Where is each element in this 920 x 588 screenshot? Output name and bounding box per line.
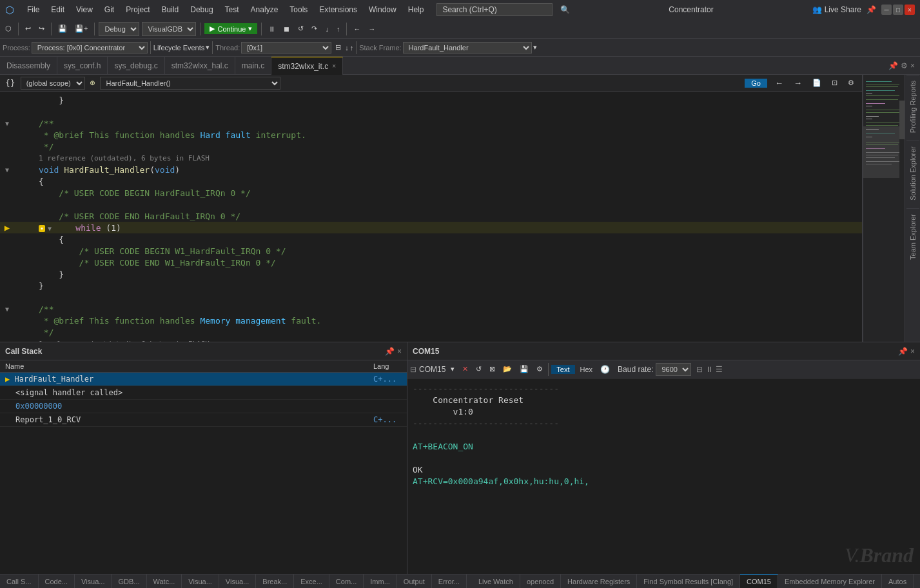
search-input[interactable] bbox=[436, 3, 553, 16]
com-close-icon[interactable]: × bbox=[910, 347, 915, 356]
tab-sys-debug[interactable]: sys_debug.c bbox=[108, 57, 164, 75]
btab-live-watch[interactable]: Live Watch bbox=[472, 574, 520, 589]
com-save-btn[interactable]: 💾 bbox=[517, 364, 531, 375]
call-stack-row-hardfault[interactable]: ▶ HardFault_Handler C+... bbox=[0, 373, 407, 386]
thread-arrow-btn[interactable]: ↓ bbox=[345, 44, 349, 52]
step-out-btn[interactable]: ↑ bbox=[334, 24, 343, 34]
process-dropdown[interactable]: Process: [0x0] Concentrator bbox=[32, 42, 148, 54]
back-nav-btn[interactable]: ← bbox=[772, 77, 786, 89]
btab-locals[interactable]: Locals bbox=[914, 574, 920, 589]
stop-btn[interactable]: ⏹ bbox=[280, 24, 293, 34]
profiling-reports-tab[interactable]: Profiling Reports bbox=[906, 75, 919, 138]
tab-it-close-icon[interactable]: × bbox=[332, 63, 336, 70]
call-stack-row-signal[interactable]: <signal handler called> bbox=[0, 386, 407, 400]
go-button[interactable]: Go bbox=[745, 79, 767, 88]
restart-btn[interactable]: ↺ bbox=[295, 23, 306, 34]
btab-autos[interactable]: Autos bbox=[882, 574, 914, 589]
btab-visua1[interactable]: Visua... bbox=[75, 574, 112, 589]
btab-openocd[interactable]: openocd bbox=[520, 574, 561, 589]
com-baud-dropdown[interactable]: 9600 bbox=[656, 363, 691, 376]
btab-embedded-mem[interactable]: Embedded Memory Explorer bbox=[778, 574, 882, 589]
settings-btn[interactable]: ⚙ bbox=[845, 77, 857, 88]
solution-explorer-tab[interactable]: Solution Explorer bbox=[906, 141, 919, 206]
minimap-scroll-thumb[interactable] bbox=[899, 101, 905, 139]
doc-btn[interactable]: 📄 bbox=[810, 77, 824, 88]
while-collapse-icon[interactable]: ▼ bbox=[48, 225, 52, 232]
com-pause-icon[interactable]: ⏸ bbox=[705, 365, 713, 374]
save-btn[interactable]: 💾 bbox=[55, 23, 70, 34]
call-stack-row-addr[interactable]: 0x00000000 bbox=[0, 400, 407, 413]
tab-disassembly[interactable]: Disassembly bbox=[0, 57, 57, 75]
btab-gdb[interactable]: GDB... bbox=[112, 574, 146, 589]
visualgdb-dropdown[interactable]: VisualGDB bbox=[142, 22, 196, 36]
step-into-btn[interactable]: ↓ bbox=[322, 24, 331, 34]
btab-watch[interactable]: Watc... bbox=[147, 574, 182, 589]
team-explorer-tab[interactable]: Team Explorer bbox=[906, 208, 919, 265]
collapse-icon[interactable]: ▼ bbox=[5, 120, 9, 127]
scope-dropdown[interactable]: (global scope) bbox=[21, 77, 85, 90]
menu-window[interactable]: Window bbox=[364, 4, 402, 15]
step-over-btn[interactable]: ↷ bbox=[309, 23, 320, 34]
btab-break[interactable]: Break... bbox=[256, 574, 294, 589]
btab-hw-regs[interactable]: Hardware Registers bbox=[561, 574, 637, 589]
com-refresh-btn[interactable]: ↺ bbox=[473, 364, 484, 375]
menu-tools[interactable]: Tools bbox=[284, 4, 313, 15]
btab-error[interactable]: Error... bbox=[432, 574, 467, 589]
com-text-btn[interactable]: Text bbox=[551, 365, 574, 374]
undo-btn[interactable]: ↩ bbox=[23, 23, 34, 34]
menu-debug[interactable]: Debug bbox=[185, 4, 218, 15]
redo-btn[interactable]: ↪ bbox=[36, 23, 47, 34]
collapse-fn-icon[interactable]: ▼ bbox=[5, 166, 9, 173]
new-file-btn[interactable]: ⬡ bbox=[3, 23, 14, 34]
maximize-button[interactable]: □ bbox=[893, 5, 903, 15]
btab-output[interactable]: Output bbox=[397, 574, 432, 589]
thread-dropdown[interactable]: [0x1] bbox=[241, 42, 331, 54]
menu-project[interactable]: Project bbox=[121, 4, 155, 15]
collapse-2-icon[interactable]: ▼ bbox=[5, 306, 9, 313]
tab-main[interactable]: main.c bbox=[235, 57, 271, 75]
com-clear-btn[interactable]: ⊠ bbox=[487, 364, 498, 375]
menu-analyze[interactable]: Analyze bbox=[246, 4, 284, 15]
btab-visua2[interactable]: Visua... bbox=[182, 574, 219, 589]
close-button[interactable]: × bbox=[905, 5, 915, 15]
live-share-btn[interactable]: 👥 Live Share bbox=[812, 5, 861, 14]
menu-git[interactable]: Git bbox=[99, 4, 119, 15]
com-disconnect-btn[interactable]: ✕ bbox=[460, 364, 471, 375]
split-btn[interactable]: ⊡ bbox=[829, 77, 840, 88]
menu-view[interactable]: View bbox=[71, 4, 98, 15]
btab-code[interactable]: Code... bbox=[39, 574, 75, 589]
com-hex-btn[interactable]: Hex bbox=[578, 364, 596, 375]
nav-fwd-btn[interactable]: → bbox=[366, 24, 378, 34]
debug-config-dropdown[interactable]: Debug bbox=[99, 22, 139, 36]
btab-find-symbol[interactable]: Find Symbol Results [Clang] bbox=[637, 574, 740, 589]
menu-test[interactable]: Test bbox=[220, 4, 244, 15]
stack-frame-dropdown[interactable]: HardFault_Handler bbox=[403, 42, 532, 54]
call-stack-close-icon[interactable]: × bbox=[397, 347, 402, 356]
tab-settings-icon[interactable]: ⚙ bbox=[901, 61, 908, 70]
minimize-button[interactable]: ─ bbox=[881, 5, 892, 15]
btab-visua3[interactable]: Visua... bbox=[219, 574, 257, 589]
call-stack-row-report[interactable]: Report_1_0_RCV C+... bbox=[0, 413, 407, 427]
call-stack-pin-icon[interactable]: 📌 bbox=[385, 347, 395, 356]
menu-file[interactable]: File bbox=[22, 4, 44, 15]
menu-edit[interactable]: Edit bbox=[46, 4, 70, 15]
btab-imm[interactable]: Imm... bbox=[364, 574, 397, 589]
btab-com15[interactable]: COM15 bbox=[740, 574, 778, 589]
thread-fwd-btn[interactable]: ↑ bbox=[350, 44, 354, 52]
menu-extensions[interactable]: Extensions bbox=[314, 4, 362, 15]
com-port-btn[interactable]: ▾ bbox=[448, 364, 457, 375]
tab-sys-conf[interactable]: sys_conf.h bbox=[57, 57, 108, 75]
btab-call-stack[interactable]: Call S... bbox=[0, 574, 39, 589]
menu-help[interactable]: Help bbox=[403, 4, 429, 15]
com-settings-btn[interactable]: ⚙ bbox=[534, 364, 545, 375]
menu-build[interactable]: Build bbox=[157, 4, 184, 15]
btab-com[interactable]: Com... bbox=[329, 574, 364, 589]
btab-exce[interactable]: Exce... bbox=[294, 574, 329, 589]
continue-button[interactable]: ▶ Continue ▾ bbox=[204, 23, 257, 34]
tab-close-panel-icon[interactable]: × bbox=[910, 61, 915, 70]
save-all-btn[interactable]: 💾+ bbox=[72, 23, 90, 34]
tab-it[interactable]: stm32wlxx_it.c × bbox=[271, 57, 343, 75]
function-dropdown[interactable]: HardFault_Handler() bbox=[100, 77, 280, 90]
tab-hal[interactable]: stm32wlxx_hal.c bbox=[165, 57, 235, 75]
fwd-nav-btn[interactable]: → bbox=[791, 77, 805, 89]
